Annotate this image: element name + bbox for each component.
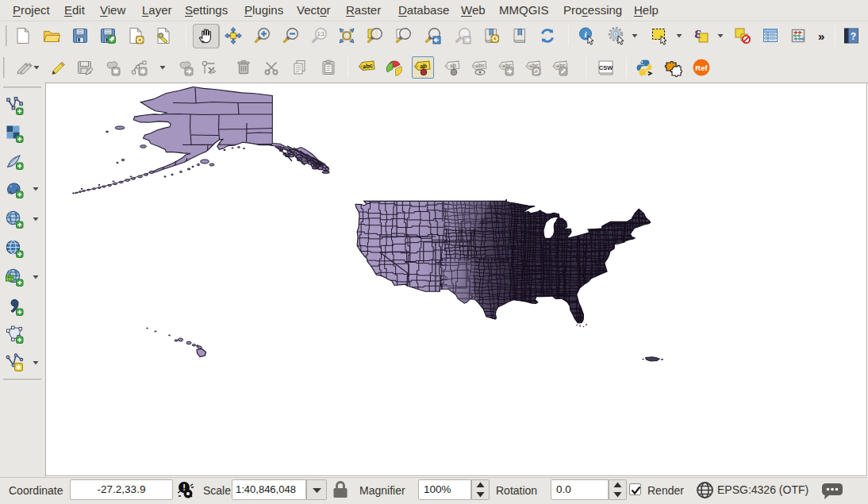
svg-text:abc: abc bbox=[475, 62, 486, 68]
svg-text:1:1: 1:1 bbox=[317, 31, 325, 37]
svg-text:abc: abc bbox=[363, 62, 374, 70]
svg-text:CSW: CSW bbox=[599, 64, 613, 71]
svg-text:ab: ab bbox=[450, 62, 457, 68]
svg-text:ε: ε bbox=[694, 26, 701, 41]
svg-text:✱: ✱ bbox=[113, 67, 119, 75]
svg-text:✱: ✱ bbox=[16, 364, 22, 371]
svg-text:✱: ✱ bbox=[140, 67, 146, 75]
svg-text:Ref: Ref bbox=[695, 63, 708, 72]
svg-text:?: ? bbox=[851, 31, 856, 42]
